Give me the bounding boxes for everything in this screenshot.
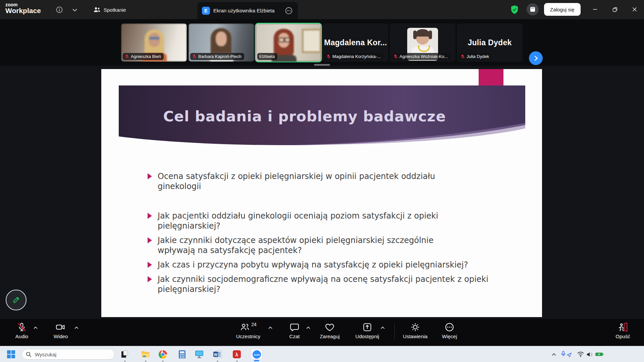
running-indicator [236,361,238,362]
bullet-triangle-icon [148,262,152,268]
share-screen-icon [362,321,372,333]
info-icon[interactable] [54,5,64,15]
running-indicator [145,361,147,362]
settings-button[interactable]: Ustawienia [399,321,431,343]
screen-share-badge: E [202,7,210,15]
windows-logo-icon [7,350,15,359]
apps-icon[interactable] [527,3,539,15]
share-screen-button[interactable]: Udostępnij [351,321,383,343]
search-input[interactable] [34,351,103,358]
tray-mic-location-icons[interactable] [559,349,574,360]
minimize-button[interactable] [588,2,602,17]
svg-text:zoom: zoom [254,353,260,356]
zoom-app-icon[interactable]: zoom [251,349,262,360]
video-button[interactable]: Wideo [45,321,77,343]
slide-bullet: Jakie czynniki dotyczące aspektów opieki… [148,235,503,255]
running-indicator [217,361,218,362]
participants-button[interactable]: 24 Uczestnicy [232,321,264,343]
audio-button[interactable]: Audio [6,321,38,343]
slide-bullet: Jak czas i przyczyna pobytu wpływają na … [148,260,503,270]
participant-name-pill: Barbara Kaproń-Plech [190,53,244,60]
task-view-app-icon[interactable] [119,349,130,360]
pencil-icon [11,295,21,305]
active-app-indicator [254,360,259,361]
chevron-down-icon[interactable] [70,5,80,15]
audio-options-chevron[interactable] [33,325,38,330]
bullet-triangle-icon [148,173,152,179]
taskbar-search[interactable] [21,349,115,360]
participant-name-pill: Magdalena Korżyńska-... [324,53,383,60]
participant-name-pill: Agnieszka Bień [123,53,164,60]
search-icon [26,352,32,357]
gear-icon [410,321,420,333]
start-button[interactable] [5,349,17,359]
mic-muted-icon [192,54,197,59]
mic-muted-icon [393,54,398,59]
restore-button[interactable] [607,2,622,17]
svg-text:λ: λ [235,352,238,357]
chrome-icon[interactable] [157,349,168,360]
word-icon[interactable]: W [212,349,223,360]
running-indicator [124,361,126,362]
tray-chevron-up-icon[interactable] [548,349,559,360]
participant-name: Magdalena Korżyńska-... [332,54,381,59]
tab-meeting[interactable]: Spotkanie [90,4,129,15]
close-button[interactable] [627,2,642,17]
more-ellipsis-icon [444,321,454,333]
mic-muted-icon [461,54,465,59]
title-bar: zoom Workplace Spotkanie E Ekran użytkow… [0,0,644,19]
slide-bullet: Ocena satysfakcji z opieki pielęgniarski… [148,171,503,191]
zoom-workplace-window: zoom Workplace Spotkanie E Ekran użytkow… [0,0,644,362]
annotate-button[interactable] [6,290,26,310]
sign-in-button[interactable]: Zaloguj się [544,3,581,16]
participant-name-pill: Agnieszka Woźniak-Ko... [391,53,450,60]
mic-muted-icon [17,321,27,333]
video-tile[interactable]: Barbara Kaproń-Plech [189,23,254,62]
participant-name-pill: Elżbieta [257,53,277,60]
react-button[interactable]: Zareaguj [314,321,346,343]
mic-muted-icon [326,54,331,59]
file-explorer-icon[interactable] [140,349,151,360]
bullet-triangle-icon [148,213,152,219]
video-tile-avatar[interactable]: Agnieszka Woźniak-Ko... [390,23,455,62]
security-shield-icon[interactable] [509,5,520,15]
battery-icon[interactable] [594,349,605,360]
chat-button[interactable]: Czat [278,321,311,343]
video-tile-no-video[interactable]: Julia Dydek Julia Dydek [457,23,523,62]
participants-count: 24 [251,322,257,327]
slide-title: Cel badania i problemy badawcze [138,108,471,125]
tab-screen-share[interactable]: E Ekran użytkownika Elżbieta [197,2,298,19]
chat-options-chevron[interactable] [306,325,311,330]
mic-muted-icon [125,54,129,59]
svg-text:W: W [214,353,217,357]
calculator-icon[interactable] [176,349,188,360]
windows-taskbar: W λ zoom 16:24 17.03.2026 [0,346,644,362]
video-tile-no-video[interactable]: Magdalena Kor... Magdalena Korżyńska-... [323,23,388,62]
video-tile[interactable]: Agnieszka Bień [121,23,187,62]
slide-bullet: Jak czynniki socjodemograficzne wpływają… [148,274,503,294]
remote-desktop-icon[interactable] [194,349,205,360]
zoom-workplace-logo: zoom Workplace [5,2,41,14]
video-strip: Agnieszka Bień Barbara Kaproń-Plech [0,19,644,66]
more-button[interactable]: Więcej [433,321,466,343]
acrobat-icon[interactable]: λ [231,349,243,360]
participant-name: Agnieszka Woźniak-Ko... [399,54,448,59]
tab-screen-share-label: Ekran użytkownika Elżbieta [213,8,281,13]
next-participants-button[interactable] [529,51,543,65]
tab-options-icon[interactable] [284,6,293,15]
participants-icon [93,7,101,13]
leave-meeting-icon [618,321,628,333]
chevron-right-icon [533,56,539,61]
chat-icon [289,321,300,333]
heart-icon [325,321,335,333]
meeting-toolbar: Audio Wideo 24 Uczestnicy [0,319,644,346]
slide-bullet: Jak pacjentki oddziału ginekologii oceni… [148,211,503,231]
participant-name: Agnieszka Bień [131,54,161,59]
camera-icon [55,321,66,333]
leave-button[interactable]: Opuść [607,321,639,343]
video-tile-active-speaker[interactable]: Elżbieta [256,23,321,62]
video-options-chevron[interactable] [74,325,79,330]
participants-options-chevron[interactable] [268,325,273,330]
picture-frame [302,29,321,53]
share-options-chevron[interactable] [380,325,385,330]
